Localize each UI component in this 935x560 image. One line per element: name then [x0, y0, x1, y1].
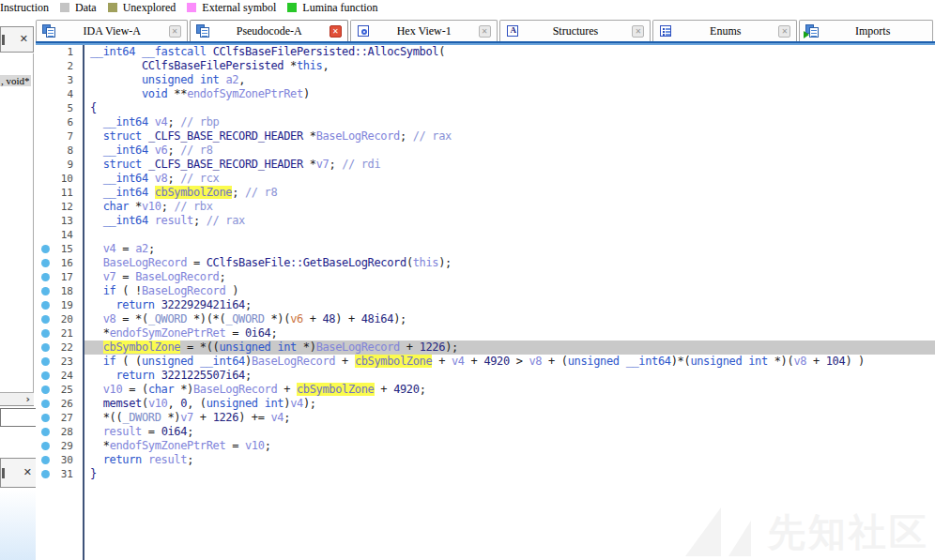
code-token: _CLFS_BASE_RECORD_HEADER: [148, 158, 303, 171]
close-icon[interactable]: ✕: [330, 25, 342, 38]
code-text: }: [84, 467, 935, 481]
code-token: =: [142, 425, 161, 438]
code-token: ;: [161, 200, 175, 213]
tab-pseudocode-a[interactable]: Pseudocode-A✕: [190, 20, 348, 41]
code-token: CClfsBaseFilePersisted: [142, 59, 284, 72]
code-token: ;: [400, 129, 413, 143]
code-token: BaseLogRecord: [316, 129, 400, 143]
code-token: int: [200, 73, 220, 86]
close-icon[interactable]: ✕: [169, 25, 181, 38]
code-token: (: [438, 45, 445, 58]
code-line[interactable]: 30 return result;: [36, 453, 935, 467]
code-line[interactable]: 4 void **endofSymZonePtrRet): [36, 87, 935, 101]
code-line[interactable]: 2 CClfsBaseFilePersisted *this,: [36, 59, 935, 73]
code-token: cbSymbolZone: [297, 383, 375, 396]
code-line[interactable]: 12 char *v10; // rbx: [36, 200, 935, 214]
code-line[interactable]: 1__int64 __fastcall CClfsBaseFilePersist…: [36, 45, 935, 59]
code-line[interactable]: 19 return 3222929421i64;: [36, 298, 935, 312]
code-line[interactable]: 5{: [36, 101, 935, 115]
code-token: struct: [103, 129, 142, 143]
code-line[interactable]: 20 v8 = *(_QWORD *)(*(_QWORD *)(v6 + 48)…: [36, 312, 935, 326]
code-token: [142, 158, 148, 171]
code-token: [155, 369, 161, 382]
code-line[interactable]: 21 *endofSymZonePtrRet = 0i64;: [36, 326, 935, 341]
code-token: __int64: [103, 115, 148, 129]
code-token: ): [225, 284, 238, 297]
left-panel-header-top: ✕: [0, 26, 34, 53]
line-number: 22: [47, 341, 73, 355]
code-line[interactable]: 16 BaseLogRecord = CClfsBaseFile::GetBas…: [36, 256, 935, 270]
code-token: [90, 73, 142, 86]
enums-icon: [659, 24, 672, 38]
code-token: ): [245, 355, 252, 368]
code-line[interactable]: 27 *((_DWORD *)v7 + 1226) += v4;: [36, 411, 935, 425]
code-line[interactable]: 6 __int64 v4; // rbp: [36, 115, 935, 129]
close-icon[interactable]: ✕: [479, 25, 491, 38]
tab-structures[interactable]: AStructures✕: [499, 20, 651, 41]
pseudocode-pane[interactable]: 1__int64 __fastcall CClfsBaseFilePersist…: [36, 45, 935, 560]
legend-swatch-icon: [287, 3, 297, 12]
code-token: __int64: [626, 355, 671, 368]
code-token: ;: [329, 158, 342, 171]
code-line[interactable]: 14: [36, 228, 935, 242]
tab-imports[interactable]: Imports: [799, 20, 933, 41]
code-token: this: [297, 59, 323, 72]
tab-ida-view-a[interactable]: IDA View-A✕: [36, 20, 188, 41]
code-token: unsigned: [142, 73, 193, 86]
tab-label: Hex View-1: [370, 24, 479, 38]
code-line[interactable]: 7 struct _CLFS_BASE_RECORD_HEADER *BaseL…: [36, 129, 935, 144]
code-token: + (: [542, 355, 568, 368]
close-icon[interactable]: ✕: [778, 25, 790, 38]
code-token: v7: [180, 411, 193, 424]
close-icon[interactable]: ✕: [20, 33, 28, 46]
tab-enums[interactable]: Enums✕: [652, 20, 797, 41]
code-token: ,: [238, 73, 245, 86]
code-token: [155, 298, 161, 311]
code-token: [90, 115, 103, 129]
code-line[interactable]: 18 if ( !BaseLogRecord ): [36, 284, 935, 298]
code-line[interactable]: 11 __int64 cbSymbolZone; // r8: [36, 186, 935, 200]
tab-hex-view-1[interactable]: Hex View-1✕: [350, 20, 498, 41]
line-number: 21: [47, 326, 73, 341]
code-text: v10 = (char *)BaseLogRecord + cbSymbolZo…: [84, 383, 935, 397]
code-token: ;: [420, 383, 426, 396]
code-line[interactable]: 22 cbSymbolZone = *((unsigned int *)Base…: [36, 341, 935, 355]
code-line[interactable]: 31}: [36, 467, 935, 481]
code-token: ): [303, 87, 310, 100]
code-line[interactable]: 29 *endofSymZonePtrRet = v10;: [36, 439, 935, 453]
code-line[interactable]: 13 __int64 result; // rax: [36, 214, 935, 228]
close-icon[interactable]: ✕: [632, 25, 644, 38]
code-token: int: [748, 355, 768, 368]
code-token: +: [465, 355, 484, 368]
code-token: [90, 214, 103, 227]
code-token: [148, 172, 155, 185]
code-token: >: [510, 355, 529, 368]
line-number: 26: [47, 397, 73, 411]
code-token: v4: [103, 242, 116, 255]
code-line[interactable]: 17 v7 = BaseLogRecord;: [36, 270, 935, 284]
code-line[interactable]: 9 struct _CLFS_BASE_RECORD_HEADER *v7; /…: [36, 158, 935, 172]
code-line[interactable]: 23 if ( (unsigned __int64)BaseLogRecord …: [36, 355, 935, 369]
code-token: [135, 45, 142, 58]
code-text: cbSymbolZone = *((unsigned int *)BaseLog…: [84, 341, 935, 355]
left-input-box[interactable]: [0, 408, 38, 427]
code-text: void **endofSymZonePtrRet): [84, 87, 935, 101]
code-token: BaseLogRecord: [252, 355, 335, 368]
code-token: ;: [232, 186, 245, 199]
code-line[interactable]: 10 __int64 v8; // rcx: [36, 172, 935, 186]
code-line[interactable]: 26 memset(v10, 0, (unsigned int)v4);: [36, 397, 935, 411]
code-line[interactable]: 28 result = 0i64;: [36, 425, 935, 439]
code-line[interactable]: 24 return 3221225507i64;: [36, 369, 935, 383]
line-number: 29: [47, 439, 73, 453]
tab-label: Enums: [672, 24, 778, 38]
code-token: 104: [826, 355, 846, 368]
code-token: *)(: [768, 355, 794, 368]
code-line[interactable]: 15 v4 = a2;: [36, 242, 935, 256]
code-token: , (: [187, 397, 207, 410]
code-token: [90, 158, 103, 171]
close-icon[interactable]: ✕: [23, 466, 32, 479]
scroll-right-button[interactable]: ›: [0, 392, 34, 406]
code-line[interactable]: 25 v10 = (char *)BaseLogRecord + cbSymbo…: [36, 383, 935, 397]
code-line[interactable]: 3 unsigned int a2,: [36, 73, 935, 87]
code-line[interactable]: 8 __int64 v6; // r8: [36, 144, 935, 158]
